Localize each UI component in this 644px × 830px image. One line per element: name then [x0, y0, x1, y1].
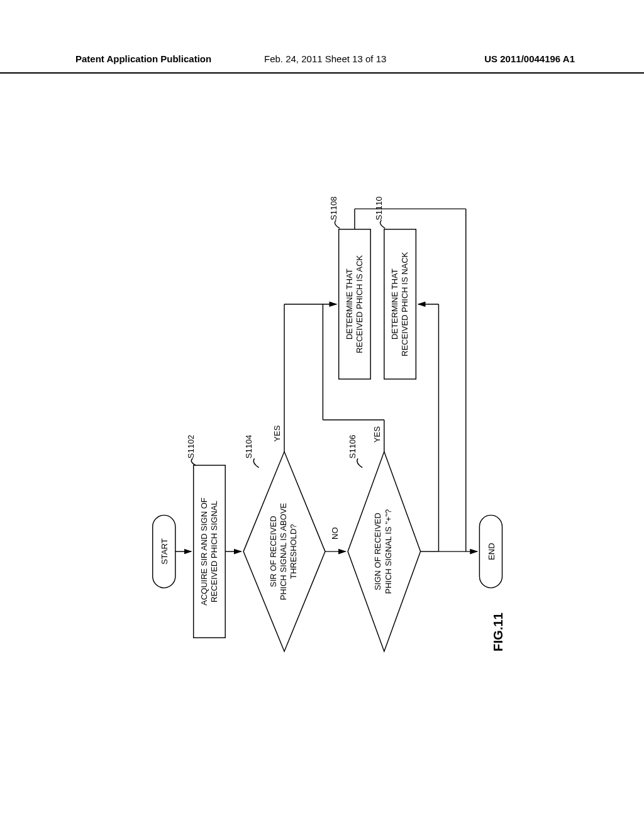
- end-label: END: [487, 543, 496, 560]
- s1110-ref: S1110: [374, 197, 384, 221]
- figure-label: FIG.11: [491, 612, 505, 651]
- header-left-text: Patent Application Publication: [75, 53, 211, 64]
- s1104-ref-connector: [253, 458, 258, 467]
- s1108-ref-connector: [335, 220, 340, 228]
- s1106-yes-label: YES: [372, 426, 382, 443]
- flowchart-svg: START ACQUIRE SIR AND SIGN OF RECEIVED P…: [0, 175, 644, 674]
- header-right-text: US 2011/0044196 A1: [484, 53, 575, 64]
- s1104-line3: THRESHOLD?: [289, 524, 298, 578]
- s1104-no-label: NO: [330, 527, 340, 539]
- s1102-ref-connector: [191, 458, 196, 465]
- s1106-ref: S1106: [348, 435, 357, 459]
- s1106-line2: PHICH SIGNAL IS "+"?: [384, 509, 393, 594]
- s1108-ref: S1108: [329, 197, 338, 221]
- s1102-line1: ACQUIRE SIR AND SIGN OF: [199, 497, 209, 606]
- s1110-ref-connector: [380, 220, 386, 228]
- s1104-yes-label: YES: [272, 425, 282, 441]
- s1110-line1: DETERMINE THAT: [390, 268, 399, 340]
- flowchart-diagram: START ACQUIRE SIR AND SIGN OF RECEIVED P…: [0, 175, 644, 674]
- s1104-line1: SIR OF RECEIVED: [269, 516, 278, 587]
- s1104-ref: S1104: [244, 435, 253, 459]
- start-label: START: [160, 538, 169, 564]
- s1110-line2: RECEIVED PHICH IS NACK: [400, 252, 409, 356]
- s1104-line2: PHICH SIGNAL IS ABOVE: [279, 502, 288, 600]
- s1108-line1: DETERMINE THAT: [345, 268, 354, 340]
- s1102-ref: S1102: [186, 435, 196, 459]
- s1106-line1: SIGN OF RECEIVED: [373, 512, 382, 590]
- s1108-line2: RECEIVED PHICH IS ACK: [355, 255, 364, 353]
- s1102-line2: RECEIVED PHICH SIGNAL: [209, 501, 219, 602]
- header-center-text: Feb. 24, 2011 Sheet 13 of 13: [264, 53, 386, 64]
- page-header: Patent Application Publication Feb. 24, …: [0, 53, 644, 74]
- s1106-ref-connector: [357, 458, 362, 467]
